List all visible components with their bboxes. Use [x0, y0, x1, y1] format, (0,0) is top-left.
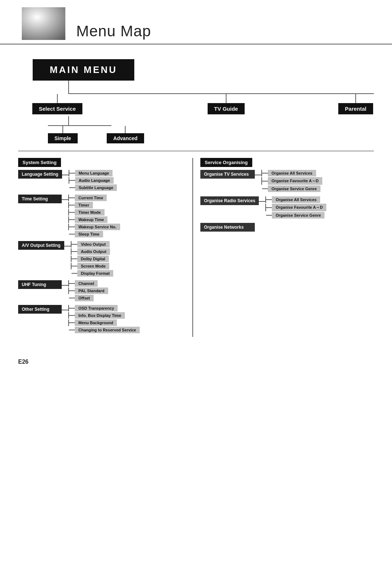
- item-box: Wakeup Time: [75, 216, 107, 223]
- service-organising-header: Service Organising: [200, 158, 252, 167]
- right-item-row: Organise All Services: [265, 196, 326, 203]
- right-item-box: Organise Favourite A～D: [272, 204, 326, 211]
- item-row: Current Time: [68, 195, 120, 201]
- right-h-bar: [262, 173, 268, 174]
- logo: [22, 7, 65, 40]
- h-bar: [69, 308, 75, 309]
- item-box: Subtitle Language: [75, 184, 117, 191]
- items-wrapper: Video OutputAudio OutputDolby DigitalScr…: [71, 241, 113, 277]
- item-box: Timer Mode: [75, 209, 105, 216]
- items-wrapper: Menu LanguageAudio LanguageSubtitle Lang…: [69, 170, 117, 192]
- h-bar: [72, 251, 77, 252]
- items-wrapper: OSD TransparencyInfo. Box Display TimeMe…: [68, 305, 140, 334]
- right-item-box: Organise Favourite A～D: [268, 177, 322, 185]
- h-bar: [69, 315, 75, 316]
- h-bar: [72, 266, 77, 266]
- h-bar: [69, 330, 75, 330]
- item-box: Audio Language: [75, 177, 114, 184]
- category-block: Other SettingOSD TransparencyInfo. Box D…: [18, 305, 185, 334]
- category-label: A/V Output Setting: [18, 241, 64, 250]
- h-connector: [62, 285, 68, 286]
- right-h-connector: [255, 175, 261, 175]
- h-bar: [69, 205, 75, 205]
- h-bar: [69, 180, 75, 181]
- main-vertical-connector: [68, 81, 69, 93]
- h-bar: [69, 187, 75, 188]
- item-box: Audio Output: [77, 248, 110, 255]
- content-area: MAIN MENU Select Service TV Guide Parent…: [0, 52, 392, 372]
- right-h-bar: [262, 188, 268, 189]
- item-box: PAL Standard: [75, 288, 108, 294]
- parental-col: Parental: [338, 94, 374, 114]
- left-tree: Language SettingMenu LanguageAudio Langu…: [18, 170, 185, 334]
- item-row: Subtitle Language: [69, 184, 117, 191]
- tvguide-connector: [226, 94, 226, 103]
- right-tree: Organise TV ServicesOrganise All Service…: [200, 170, 374, 232]
- item-box: Display Format: [77, 270, 113, 277]
- item-row: Audio Language: [69, 177, 117, 184]
- simple-col: Simple: [48, 126, 78, 143]
- right-column: Service Organising Organise TV ServicesO…: [200, 158, 374, 337]
- select-service-sub-connector: [68, 116, 69, 125]
- system-setting-header: System Setting: [18, 158, 61, 167]
- item-box: Dolby Digital: [77, 256, 109, 262]
- simple-label: Simple: [48, 133, 78, 143]
- left-column: System Setting Language SettingMenu Lang…: [18, 158, 185, 337]
- select-service-label: Select Service: [32, 103, 82, 114]
- right-h-bar: [262, 181, 268, 182]
- items-wrapper: ChannelPAL StandardOffset: [68, 280, 108, 302]
- item-box: Info. Box Display Time: [75, 312, 125, 319]
- right-item-box: Organise All Services: [272, 196, 320, 203]
- h-bar: [69, 234, 75, 235]
- right-item-box: Organise Service Genre: [272, 212, 324, 219]
- item-row: Info. Box Display Time: [68, 312, 140, 319]
- right-category-block: Organise TV ServicesOrganise All Service…: [200, 170, 374, 193]
- item-row: Wakeup Service No.: [68, 224, 120, 230]
- item-box: Screen Mode: [77, 263, 109, 269]
- h-bar: [69, 197, 75, 198]
- item-row: Display Format: [71, 270, 113, 277]
- right-item-box: Organise Service Genre: [268, 185, 320, 192]
- item-row: Audio Output: [71, 248, 113, 255]
- top-items-row: Select Service TV Guide Parental: [18, 94, 374, 114]
- item-box: Changing to Reserved Service: [75, 327, 140, 333]
- item-box: Channel: [75, 280, 98, 287]
- sub-items-section: Simple Advanced: [18, 116, 374, 143]
- items-wrapper: Current TimeTimerTimer ModeWakeup TimeWa…: [68, 195, 120, 238]
- sub-horizontal-bar: [48, 125, 111, 126]
- h-bar: [72, 273, 77, 274]
- category-label: Language Setting: [18, 170, 62, 179]
- item-row: OSD Transparency: [68, 305, 140, 311]
- category-block: Language SettingMenu LanguageAudio Langu…: [18, 170, 185, 192]
- item-box: OSD Transparency: [75, 305, 118, 311]
- item-row: Changing to Reserved Service: [68, 327, 140, 333]
- right-category-block: Organise Radio ServicesOrganise All Serv…: [200, 196, 374, 219]
- item-row: Dolby Digital: [71, 256, 113, 262]
- right-h-bar: [266, 199, 272, 200]
- right-item-row: Organise Service Genre: [261, 185, 322, 192]
- col-separator: [192, 158, 193, 337]
- right-item-row: Organise Favourite A～D: [265, 204, 326, 211]
- item-row: Sleep Time: [68, 231, 120, 237]
- item-row: Channel: [68, 280, 108, 287]
- item-row: Screen Mode: [71, 263, 113, 269]
- category-label: UHF Tuning: [18, 280, 62, 289]
- h-bar: [69, 227, 75, 227]
- item-box: Current Time: [75, 195, 107, 201]
- right-h-bar: [266, 215, 272, 216]
- h-bar: [69, 322, 75, 323]
- right-items-wrapper: Organise All ServicesOrganise Favourite …: [261, 170, 322, 193]
- h-bar: [72, 244, 77, 245]
- right-category-block: Organise Networks: [200, 223, 374, 232]
- right-items-wrapper: Organise All ServicesOrganise Favourite …: [265, 196, 326, 219]
- h-connector: [64, 246, 71, 246]
- item-box: Menu Language: [75, 170, 113, 176]
- simple-advanced-row: Simple Advanced: [18, 126, 374, 143]
- page-number: E26: [18, 359, 374, 365]
- page-title: Menu Map: [76, 23, 151, 40]
- h-bar: [72, 258, 77, 259]
- item-row: PAL Standard: [68, 288, 108, 294]
- right-item-row: Organise All Services: [261, 170, 322, 176]
- item-row: Timer: [68, 202, 120, 208]
- category-label: Time Setting: [18, 195, 62, 203]
